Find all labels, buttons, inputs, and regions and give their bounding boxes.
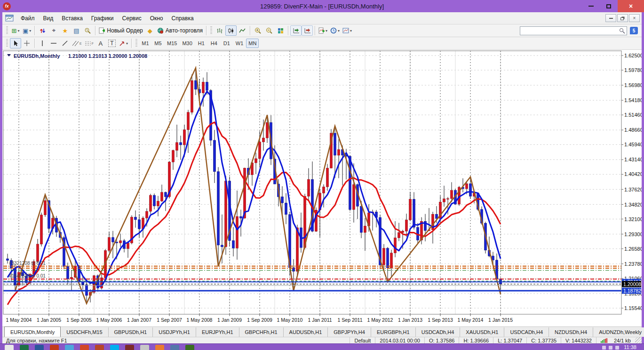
- menu-view[interactable]: Вид: [39, 14, 58, 23]
- chevron-down-icon: ▾: [29, 29, 31, 33]
- taskbar-app-icon[interactable]: [20, 345, 29, 350]
- metaeditor-button[interactable]: ◆: [144, 25, 156, 36]
- chart-tab-usdcadh-h4[interactable]: USDCADh,H4: [416, 327, 461, 337]
- chart-tab-usdchfh-m15[interactable]: USDCHFh,M15: [61, 327, 108, 337]
- timeframe-w1-button[interactable]: W1: [233, 39, 246, 48]
- resize-grip[interactable]: [635, 337, 642, 343]
- toolbar-grip[interactable]: [135, 39, 137, 48]
- svg-text:1.29300: 1.29300: [624, 231, 642, 237]
- chart-tab-eurgbph-h1[interactable]: EURGBPh,H1: [371, 327, 416, 337]
- autoscroll-icon: [293, 28, 300, 34]
- timeframe-mn-button[interactable]: MN: [246, 39, 259, 48]
- traffic-label: 24/1 kb: [614, 338, 631, 343]
- taskbar-app-icon[interactable]: [155, 345, 164, 350]
- taskbar-app-icon[interactable]: [185, 345, 194, 350]
- chart-bars-button[interactable]: [214, 25, 225, 36]
- taskbar-app-icon[interactable]: [125, 345, 134, 350]
- mdi-close-button[interactable]: ×: [629, 14, 640, 22]
- notifications-button[interactable]: 5: [630, 27, 638, 34]
- menu-help[interactable]: Справка: [167, 14, 198, 23]
- window-close-button[interactable]: ×: [618, 0, 644, 12]
- timeframe-m5-button[interactable]: M5: [152, 39, 164, 48]
- window-maximize-button[interactable]: [600, 0, 618, 12]
- toolbar-grip[interactable]: [210, 26, 212, 35]
- tray-icon[interactable]: [602, 346, 606, 350]
- zoom-out-button[interactable]: [263, 25, 275, 36]
- search-icon[interactable]: [619, 28, 625, 34]
- menu-charts[interactable]: Графики: [87, 14, 118, 23]
- timeframe-m30-button[interactable]: M30: [180, 39, 194, 48]
- tray-icon[interactable]: [609, 346, 612, 350]
- chart-tab-xauusdh-h1[interactable]: XAUUSDh,H1: [460, 327, 504, 337]
- menu-insert[interactable]: Вставка: [57, 14, 87, 23]
- menu-file[interactable]: Файл: [16, 14, 39, 23]
- taskbar-app-icon[interactable]: [35, 345, 44, 350]
- chart-tab-nzdusdh-h4[interactable]: NZDUSDh,H4: [549, 327, 593, 337]
- search-input[interactable]: [523, 28, 619, 33]
- horizontal-line-button[interactable]: [48, 38, 59, 48]
- market-watch-button[interactable]: [37, 25, 48, 36]
- chart-tab-eurusdh-monthly[interactable]: EURUSDh,Monthly: [4, 326, 61, 337]
- taskbar-app-icon[interactable]: [65, 345, 74, 350]
- data-window-button[interactable]: ⌖: [48, 25, 59, 36]
- mdi-minimize-button[interactable]: [605, 14, 616, 22]
- autotrading-button[interactable]: Авто-торговля: [156, 25, 204, 36]
- cursor-button[interactable]: [10, 38, 21, 48]
- terminal-button[interactable]: ▤: [71, 25, 82, 36]
- chart-tab-gbpjpyh-h4[interactable]: GBPJPYh,H4: [328, 327, 371, 337]
- taskbar-app-icon[interactable]: [50, 345, 59, 350]
- chart-shift-button[interactable]: [302, 25, 313, 36]
- chart-tab-usdcadh-h4[interactable]: USDCADh,H4: [504, 327, 549, 337]
- chart-tab-audnzdh-weekly[interactable]: AUDNZDh,Weekly: [593, 327, 644, 337]
- periods-button[interactable]: ▾: [329, 25, 341, 36]
- fibonacci-button[interactable]: F: [83, 38, 95, 48]
- profiles-button[interactable]: ▣▾: [21, 25, 32, 36]
- toolbar-grip[interactable]: [6, 26, 8, 35]
- menu-tools[interactable]: Сервис: [118, 14, 146, 23]
- menu-window[interactable]: Окно: [146, 14, 167, 23]
- tile-windows-button[interactable]: [275, 25, 286, 36]
- taskbar-app-icon[interactable]: [110, 345, 119, 350]
- taskbar-app-icon[interactable]: [170, 345, 179, 350]
- zoom-in-button[interactable]: [252, 25, 263, 36]
- toolbar-grip[interactable]: [6, 39, 8, 48]
- timeframe-m15-button[interactable]: M15: [165, 39, 179, 48]
- taskbar-app-icon[interactable]: [140, 345, 149, 350]
- timeframe-m1-button[interactable]: M1: [139, 39, 151, 48]
- text-button[interactable]: A: [95, 38, 106, 48]
- toolbar-separator: [206, 26, 207, 35]
- autoscroll-button[interactable]: [290, 25, 302, 36]
- arrows-button[interactable]: ▾: [118, 38, 129, 48]
- new-chart-button[interactable]: ⊞▾: [10, 25, 21, 36]
- indicators-button[interactable]: ▾: [317, 25, 329, 36]
- tray-icon[interactable]: [615, 346, 619, 350]
- window-minimize-button[interactable]: [582, 0, 600, 12]
- svg-text:1.54180: 1.54180: [624, 97, 642, 103]
- taskbar-app-icon[interactable]: [5, 345, 14, 350]
- crosshair-button[interactable]: [21, 38, 32, 48]
- vertical-line-button[interactable]: [37, 38, 48, 48]
- chart-line-button[interactable]: [237, 25, 248, 36]
- timeframe-h1-button[interactable]: H1: [195, 39, 207, 48]
- templates-button[interactable]: ▾: [341, 25, 353, 36]
- chart-tab-usdjpyh-h1[interactable]: USDJPYh,H1: [153, 327, 196, 337]
- taskbar-app-icon[interactable]: [80, 345, 89, 350]
- taskbar-clock: 11:38: [624, 344, 636, 350]
- trendline-button[interactable]: [59, 38, 71, 48]
- mdi-restore-button[interactable]: [617, 14, 628, 22]
- timeframe-h4-button[interactable]: H4: [208, 39, 220, 48]
- chart-candles-button[interactable]: [225, 25, 237, 36]
- price-chart[interactable]: #3321208 tp 0.01#1642329 tp 0.011.625001…: [2, 50, 642, 326]
- taskbar-app-icon[interactable]: [95, 345, 104, 350]
- chart-tab-audusdh-h1[interactable]: AUDUSDh,H1: [284, 327, 328, 337]
- chart-window-icon: [5, 15, 14, 22]
- chart-tab-gbpchfh-h1[interactable]: GBPCHFh,H1: [239, 327, 284, 337]
- timeframe-d1-button[interactable]: D1: [221, 39, 233, 48]
- navigator-button[interactable]: ★: [59, 25, 71, 36]
- new-order-button[interactable]: Новый Ордер: [97, 25, 144, 36]
- strategy-tester-button[interactable]: [82, 25, 93, 36]
- chart-tab-eurjpyh-h1[interactable]: EURJPYh,H1: [196, 327, 239, 337]
- text-label-button[interactable]: T: [106, 38, 118, 48]
- chart-tab-gbpusdh-h1[interactable]: GBPUSDh,H1: [109, 327, 153, 337]
- equidistant-channel-button[interactable]: E: [71, 38, 83, 48]
